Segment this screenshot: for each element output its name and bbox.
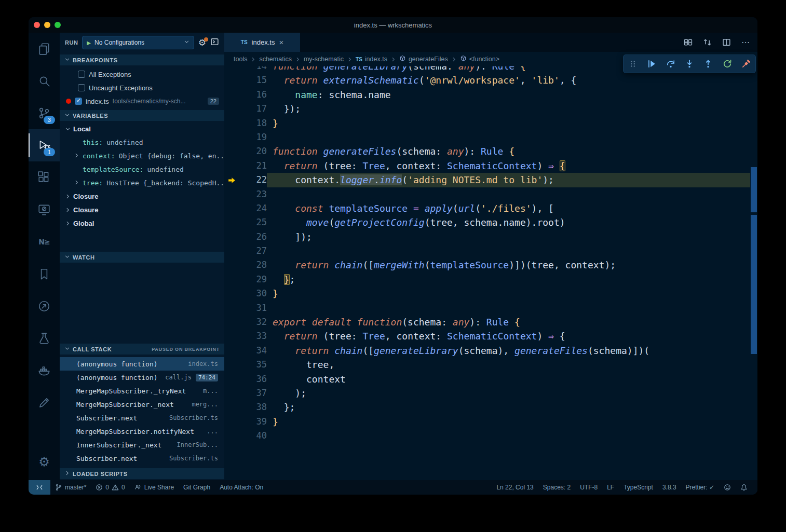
code-line[interactable]: 32export default function(schema: any): … [224,315,750,329]
breadcrumb-item-4[interactable]: TSindex.ts [356,56,387,63]
gutter-breakpoint-area[interactable] [224,215,240,229]
restart-icon[interactable] [723,59,732,69]
status-item-feedback[interactable] [719,480,736,495]
call-stack-frame[interactable]: MergeMapSubscriber._tryNextm... [60,384,224,398]
gutter-breakpoint-area[interactable] [224,329,240,343]
breadcrumb-item-3[interactable]: my-schematic [304,56,344,63]
breakpoint-checkbox[interactable] [75,98,82,105]
breakpoints-section-header[interactable]: BREAKPOINTS [60,54,224,65]
status-item-notifications[interactable] [736,480,752,495]
code-text[interactable]: } [267,415,750,429]
status-item-prettier[interactable]: Prettier: ✓ [681,480,719,495]
gutter-breakpoint-area[interactable] [224,116,240,130]
activity-item-explorer[interactable] [29,33,60,65]
code-line[interactable]: 40 [224,429,750,443]
code-line[interactable]: 35 tree, [224,358,750,372]
activity-item-docker[interactable] [29,354,60,387]
code-text[interactable]: ); [267,386,750,400]
code-line[interactable]: 29 }; [224,272,750,287]
breadcrumb-item-2[interactable]: schematics [259,56,292,63]
variables-scope-closure[interactable]: Closure [60,203,224,216]
code-text[interactable] [267,187,750,201]
code-line[interactable]: 15 return externalSchematic('@nrwl/works… [224,73,750,87]
close-window-button[interactable] [34,22,40,28]
variable-item[interactable]: templateSource:undefined [60,162,224,176]
status-item-ts-version[interactable]: 3.8.3 [658,480,681,495]
breakpoint-checkbox[interactable] [78,71,85,78]
gutter-breakpoint-area[interactable] [224,358,240,372]
gutter-breakpoint-area[interactable] [224,287,240,301]
gutter-breakpoint-area[interactable] [224,386,240,400]
step-out-icon[interactable] [703,59,713,69]
code-text[interactable]: function generateFiles(schema: any): Rul… [267,144,750,158]
call-stack-frame[interactable]: Subscriber.nextSubscriber.ts [60,411,224,425]
activity-item-bookmarks[interactable] [29,258,60,290]
zoom-window-button[interactable] [55,22,61,28]
gutter-breakpoint-area[interactable] [224,344,240,358]
code-line[interactable]: 16 name: schema.name [224,88,750,102]
tab-index-ts[interactable]: TS index.ts × [224,33,300,52]
variable-item[interactable]: context:Object {debug: false, en... [60,149,224,162]
disconnect-icon[interactable] [741,59,751,69]
more-actions-icon[interactable]: ⋯ [741,37,750,47]
status-item-problems[interactable]: 00 [91,480,129,495]
code-text[interactable] [267,244,750,258]
status-item-cursor-position[interactable]: Ln 22, Col 13 [492,480,538,495]
code-line[interactable]: 38 }; [224,400,750,414]
code-text[interactable]: } [267,287,750,301]
variables-scope-closure[interactable]: Closure [60,189,224,203]
code-text[interactable]: context [267,372,750,386]
code-line[interactable]: 31 [224,301,750,315]
code-text[interactable] [267,130,750,144]
gutter-breakpoint-area[interactable] [224,173,240,187]
gutter-breakpoint-area[interactable] [224,301,240,315]
code-line[interactable]: 17 }); [224,102,750,116]
continue-icon[interactable] [647,59,656,69]
gutter-breakpoint-area[interactable] [224,429,240,443]
call-stack-frame[interactable]: MergeMapSubscriber.notifyNext... [60,425,224,438]
watch-section-header[interactable]: WATCH [60,252,224,263]
code-text[interactable]: name: schema.name [267,88,750,102]
breakpoint-item[interactable]: All Exceptions [60,67,224,81]
code-line[interactable]: 39} [224,415,750,429]
gutter-breakpoint-area[interactable] [224,315,240,329]
variables-section-header[interactable]: VARIABLES [60,110,224,121]
code-line[interactable]: 22 context.logger.info('adding NOTES.md … [224,173,750,187]
gutter-breakpoint-area[interactable] [224,88,240,102]
code-line[interactable]: 34 return chain([generateLibrary(schema)… [224,344,750,358]
loaded-scripts-section-header[interactable]: LOADED SCRIPTS [60,468,224,479]
code-text[interactable]: const templateSource = apply(url('./file… [267,201,750,215]
status-item-indentation[interactable]: Spaces: 2 [538,480,575,495]
activity-item-run-and-debug[interactable]: 1 [29,129,60,161]
code-text[interactable]: return (tree: Tree, context: SchematicCo… [267,329,750,343]
debug-console-icon[interactable] [210,37,219,48]
scrollbar-thumb[interactable] [751,167,757,212]
activity-item-manage[interactable]: ⚙ [29,446,60,478]
activity-item-nx-console[interactable]: N≥ [29,226,60,258]
variable-item[interactable]: this:undefined [60,135,224,149]
code-line[interactable]: 20function generateFiles(schema: any): R… [224,144,750,158]
open-changes-icon[interactable] [684,38,693,47]
gutter-breakpoint-area[interactable] [224,415,240,429]
breakpoint-checkbox[interactable] [78,84,85,91]
code-text[interactable]: export default function(schema: any): Ru… [267,315,750,329]
gutter-breakpoint-area[interactable] [224,102,240,116]
code-line[interactable]: 18} [224,116,750,130]
code-text[interactable] [267,429,750,443]
activity-item-extensions[interactable] [29,161,60,194]
code-line[interactable]: 23 [224,187,750,201]
code-text[interactable]: context.logger.info('adding NOTES.md to … [267,173,750,187]
gutter-breakpoint-area[interactable] [224,130,240,144]
code-text[interactable]: ]); [267,230,750,244]
call-stack-frame[interactable]: InnerSubscriber._nextInnerSub... [60,438,224,452]
code-line[interactable]: 37 ); [224,386,750,400]
gripper-icon[interactable] [628,59,638,69]
gutter-breakpoint-area[interactable] [224,159,240,173]
code-line[interactable]: 36 context [224,372,750,386]
code-line[interactable]: 26 ]); [224,230,750,244]
code-text[interactable]: return (tree: Tree, context: SchematicCo… [267,159,750,173]
gutter-breakpoint-area[interactable] [224,400,240,414]
code-text[interactable]: return chain([generateLibrary(schema), g… [267,344,750,358]
variable-item[interactable]: tree:HostTree {_backend: ScopedH... [60,176,224,189]
status-item-auto-attach[interactable]: Auto Attach: On [215,480,268,495]
